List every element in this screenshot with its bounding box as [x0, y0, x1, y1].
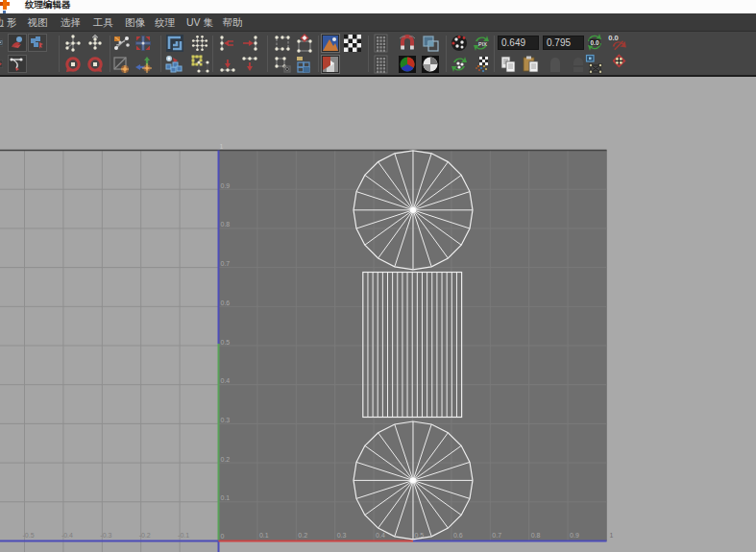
svg-text:0.7: 0.7	[221, 260, 231, 267]
svg-text:0.1: 0.1	[259, 532, 269, 539]
svg-text:0.2: 0.2	[298, 532, 307, 539]
svg-text:-0.1: -0.1	[178, 532, 189, 539]
svg-text:-0.3: -0.3	[100, 532, 111, 539]
svg-text:-0.4: -0.4	[61, 532, 73, 539]
svg-text:0.5: 0.5	[415, 532, 425, 539]
svg-text:0.6: 0.6	[221, 300, 231, 306]
svg-text:0.2: 0.2	[221, 456, 231, 463]
svg-text:0.8: 0.8	[531, 532, 541, 539]
svg-text:0.9: 0.9	[570, 532, 579, 539]
svg-text:0.0: 0.0	[591, 38, 599, 45]
svg-text:0.4: 0.4	[376, 532, 385, 539]
svg-text:1: 1	[220, 143, 224, 150]
svg-text:-0.2: -0.2	[139, 532, 151, 539]
svg-text:0.7: 0.7	[492, 532, 501, 539]
svg-text:0.9: 0.9	[221, 182, 231, 189]
svg-text:0: 0	[221, 533, 225, 540]
svg-text:0.3: 0.3	[221, 417, 231, 423]
svg-text:0.4: 0.4	[221, 377, 231, 384]
svg-text:0.6: 0.6	[453, 532, 463, 539]
svg-text:0.5: 0.5	[221, 339, 231, 346]
svg-text:PIX: PIX	[478, 41, 487, 47]
svg-text:1: 1	[610, 532, 614, 539]
svg-text:-0.5: -0.5	[23, 532, 35, 539]
svg-text:0.3: 0.3	[337, 532, 347, 539]
svg-text:0.0: 0.0	[608, 33, 619, 41]
svg-text:0.1: 0.1	[221, 494, 231, 501]
svg-text:0.8: 0.8	[221, 221, 231, 228]
